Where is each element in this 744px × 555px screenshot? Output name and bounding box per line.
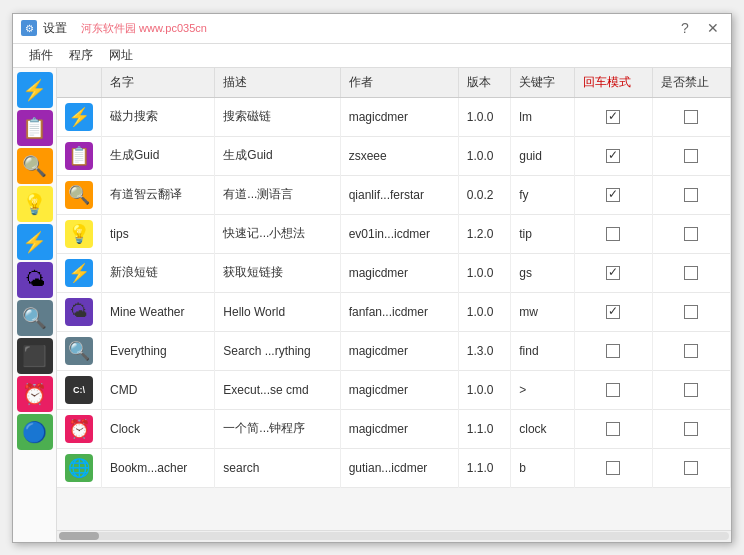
- row-disabled[interactable]: [652, 97, 730, 136]
- help-button[interactable]: ?: [675, 18, 695, 38]
- row-author: fanfan...icdmer: [340, 292, 458, 331]
- disabled-checkbox[interactable]: [684, 305, 698, 319]
- row-author: zsxeee: [340, 136, 458, 175]
- enter-mode-checkbox[interactable]: [606, 227, 620, 241]
- row-disabled[interactable]: [652, 214, 730, 253]
- enter-mode-checkbox[interactable]: [606, 344, 620, 358]
- table-row[interactable]: ⚡新浪短链获取短链接magicdmer1.0.0gs: [57, 253, 731, 292]
- menu-plugins[interactable]: 插件: [21, 45, 61, 66]
- row-name: 生成Guid: [102, 136, 215, 175]
- row-author: magicdmer: [340, 331, 458, 370]
- row-author: magicdmer: [340, 97, 458, 136]
- sidebar-icon-5[interactable]: 🌤: [17, 262, 53, 298]
- plugins-table: 名字 描述 作者 版本 关键字 回车模式 是否禁止 ⚡磁力搜索搜索磁链magic…: [57, 68, 731, 488]
- row-version: 1.1.0: [458, 448, 510, 487]
- disabled-checkbox[interactable]: [684, 344, 698, 358]
- row-keyword: fy: [511, 175, 575, 214]
- table-row[interactable]: 🔍EverythingSearch ...rythingmagicdmer1.3…: [57, 331, 731, 370]
- sidebar-icon-3[interactable]: 💡: [17, 186, 53, 222]
- enter-mode-checkbox[interactable]: [606, 305, 620, 319]
- row-desc: 获取短链接: [215, 253, 340, 292]
- row-enter-mode[interactable]: [574, 370, 652, 409]
- row-disabled[interactable]: [652, 370, 730, 409]
- sidebar-icon-8[interactable]: ⏰: [17, 376, 53, 412]
- table-row[interactable]: ⚡磁力搜索搜索磁链magicdmer1.0.0lm: [57, 97, 731, 136]
- enter-mode-checkbox[interactable]: [606, 110, 620, 124]
- table-row[interactable]: 🔍有道智云翻译有道...测语言qianlif...ferstar0.0.2fy: [57, 175, 731, 214]
- sidebar-icon-1[interactable]: 📋: [17, 110, 53, 146]
- enter-mode-checkbox[interactable]: [606, 422, 620, 436]
- row-enter-mode[interactable]: [574, 214, 652, 253]
- content-area: ⚡📋🔍💡⚡🌤🔍⬛⏰🔵 名字 描述 作者 版本 关键字 回车模式: [13, 68, 731, 542]
- row-desc: search: [215, 448, 340, 487]
- row-enter-mode[interactable]: [574, 175, 652, 214]
- row-enter-mode[interactable]: [574, 136, 652, 175]
- scrollbar-thumb[interactable]: [59, 532, 99, 540]
- row-version: 1.0.0: [458, 136, 510, 175]
- disabled-checkbox[interactable]: [684, 188, 698, 202]
- row-icon-cell: C:\: [57, 370, 102, 409]
- window-title: 设置: [43, 20, 67, 37]
- menu-bar: 插件 程序 网址: [13, 44, 731, 68]
- row-desc: Execut...se cmd: [215, 370, 340, 409]
- row-disabled[interactable]: [652, 448, 730, 487]
- enter-mode-checkbox[interactable]: [606, 266, 620, 280]
- row-disabled[interactable]: [652, 136, 730, 175]
- sidebar-icon-9[interactable]: 🔵: [17, 414, 53, 450]
- disabled-checkbox[interactable]: [684, 383, 698, 397]
- table-row[interactable]: C:\CMDExecut...se cmdmagicdmer1.0.0>: [57, 370, 731, 409]
- horizontal-scrollbar[interactable]: [57, 530, 731, 542]
- table-container[interactable]: 名字 描述 作者 版本 关键字 回车模式 是否禁止 ⚡磁力搜索搜索磁链magic…: [57, 68, 731, 530]
- row-enter-mode[interactable]: [574, 409, 652, 448]
- sidebar-icon-4[interactable]: ⚡: [17, 224, 53, 260]
- table-header-row: 名字 描述 作者 版本 关键字 回车模式 是否禁止: [57, 68, 731, 98]
- disabled-checkbox[interactable]: [684, 266, 698, 280]
- title-bar: ⚙ 设置 河东软件园 www.pc035cn ? ✕: [13, 14, 731, 44]
- row-name: Mine Weather: [102, 292, 215, 331]
- row-name: 磁力搜索: [102, 97, 215, 136]
- disabled-checkbox[interactable]: [684, 149, 698, 163]
- col-enter-mode: 回车模式: [574, 68, 652, 98]
- disabled-checkbox[interactable]: [684, 227, 698, 241]
- menu-urls[interactable]: 网址: [101, 45, 141, 66]
- row-enter-mode[interactable]: [574, 331, 652, 370]
- menu-programs[interactable]: 程序: [61, 45, 101, 66]
- sidebar-icon-7[interactable]: ⬛: [17, 338, 53, 374]
- settings-window: ⚙ 设置 河东软件园 www.pc035cn ? ✕ 插件 程序 网址 ⚡📋🔍💡…: [12, 13, 732, 543]
- disabled-checkbox[interactable]: [684, 110, 698, 124]
- enter-mode-checkbox[interactable]: [606, 188, 620, 202]
- table-row[interactable]: 🌐Bookm...achersearchgutian...icdmer1.1.0…: [57, 448, 731, 487]
- row-version: 1.0.0: [458, 97, 510, 136]
- sidebar: ⚡📋🔍💡⚡🌤🔍⬛⏰🔵: [13, 68, 57, 542]
- row-disabled[interactable]: [652, 175, 730, 214]
- close-button[interactable]: ✕: [703, 18, 723, 38]
- sidebar-icon-2[interactable]: 🔍: [17, 148, 53, 184]
- row-enter-mode[interactable]: [574, 253, 652, 292]
- row-icon-cell: 🌤: [57, 292, 102, 331]
- table-row[interactable]: 💡tips快速记...小想法ev01in...icdmer1.2.0tip: [57, 214, 731, 253]
- table-row[interactable]: ⏰Clock一个简...钟程序magicdmer1.1.0clock: [57, 409, 731, 448]
- enter-mode-checkbox[interactable]: [606, 149, 620, 163]
- table-row[interactable]: 🌤Mine WeatherHello Worldfanfan...icdmer1…: [57, 292, 731, 331]
- row-disabled[interactable]: [652, 292, 730, 331]
- row-name: 新浪短链: [102, 253, 215, 292]
- row-author: magicdmer: [340, 253, 458, 292]
- row-enter-mode[interactable]: [574, 448, 652, 487]
- disabled-checkbox[interactable]: [684, 422, 698, 436]
- row-disabled[interactable]: [652, 331, 730, 370]
- row-disabled[interactable]: [652, 409, 730, 448]
- row-enter-mode[interactable]: [574, 292, 652, 331]
- row-disabled[interactable]: [652, 253, 730, 292]
- enter-mode-checkbox[interactable]: [606, 383, 620, 397]
- enter-mode-checkbox[interactable]: [606, 461, 620, 475]
- disabled-checkbox[interactable]: [684, 461, 698, 475]
- sidebar-icon-6[interactable]: 🔍: [17, 300, 53, 336]
- table-row[interactable]: 📋生成Guid生成Guidzsxeee1.0.0guid: [57, 136, 731, 175]
- row-version: 1.0.0: [458, 292, 510, 331]
- sidebar-icon-0[interactable]: ⚡: [17, 72, 53, 108]
- app-icon: ⚙: [21, 20, 37, 36]
- row-icon-cell: 🌐: [57, 448, 102, 487]
- row-version: 1.2.0: [458, 214, 510, 253]
- row-version: 1.3.0: [458, 331, 510, 370]
- row-enter-mode[interactable]: [574, 97, 652, 136]
